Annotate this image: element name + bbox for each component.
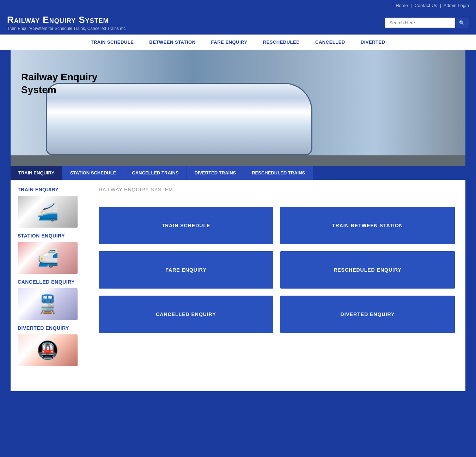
nav-rescheduled[interactable]: RESCHEDULED [255, 35, 307, 50]
separator-1: | [410, 3, 411, 8]
grid-container: TRAIN SCHEDULE TRAIN BETWEEN STATION FAR… [99, 207, 455, 333]
banner-train-image [11, 50, 465, 166]
logo-section: Railway Enquiry System Train Enquiry Sys… [7, 14, 126, 31]
nav-fare-enquiry[interactable]: FARE ENQUIRY [203, 35, 255, 50]
nav-between-station[interactable]: BETWEEN STATION [141, 35, 203, 50]
btn-cancelled[interactable]: CANCELLED ENQUIRY [99, 296, 273, 333]
header: Railway Enquiry System Train Enquiry Sys… [0, 11, 476, 35]
main-nav: TRAIN SCHEDULE BETWEEN STATION FARE ENQU… [0, 35, 476, 50]
separator-2: | [440, 3, 441, 8]
search-box: 🔍 [385, 18, 469, 28]
banner-tabs: TRAIN ENQUIRY STATION SCHEDULE CANCELLED… [11, 166, 465, 180]
top-bar: Home | Contact Us | Admin Login [0, 0, 476, 11]
home-link[interactable]: Home [396, 3, 408, 8]
contact-link[interactable]: Contact Us [414, 3, 437, 8]
sidebar-title-train-enquiry: TRAIN ENQUIRY [18, 187, 81, 192]
nav-cancelled[interactable]: CANCELLED [307, 35, 353, 50]
sidebar-title-diverted-enquiry: DIVERTED ENQUIRY [18, 325, 81, 331]
btn-train-schedule[interactable]: TRAIN SCHEDULE [99, 207, 273, 244]
logo-title: Railway Enquiry System [7, 14, 126, 25]
sidebar-image-diverted-enquiry [18, 334, 78, 366]
btn-between-station[interactable]: TRAIN BETWEEN STATION [280, 207, 455, 244]
btn-diverted[interactable]: DIVERTED ENQUIRY [280, 296, 455, 333]
right-content: RAILWAY ENQUIRY SYSTEM TRAIN SCHEDULE TR… [88, 180, 465, 391]
banner: Railway Enquiry System [11, 50, 465, 166]
nav-train-schedule[interactable]: TRAIN SCHEDULE [83, 35, 142, 50]
sidebar-image-cancelled-enquiry [18, 288, 78, 320]
banner-tab-train-enquiry[interactable]: TRAIN ENQUIRY [11, 166, 62, 180]
btn-fare-enquiry[interactable]: FARE ENQUIRY [99, 251, 273, 289]
banner-tab-cancelled-trains[interactable]: CANCELLED TRAINS [124, 166, 187, 180]
banner-tab-rescheduled-trains[interactable]: RESCHEDULED TRAINS [244, 166, 313, 180]
sidebar-title-cancelled-enquiry: CANCELLED ENQUIRY [18, 279, 81, 285]
sidebar-image-train-enquiry [18, 196, 78, 228]
sidebar-image-station-enquiry [18, 242, 78, 274]
search-input[interactable] [385, 18, 455, 28]
logo-subtitle: Train Enquiry System for Schedule Trains… [7, 26, 126, 31]
banner-tab-diverted-trains[interactable]: DIVERTED TRAINS [187, 166, 244, 180]
admin-login-link[interactable]: Admin Login [444, 3, 469, 8]
sidebar: TRAIN ENQUIRY STATION ENQUIRY CANCELLED … [11, 180, 88, 391]
sidebar-title-station-enquiry: STATION ENQUIRY [18, 233, 81, 239]
search-button[interactable]: 🔍 [455, 18, 469, 28]
btn-rescheduled[interactable]: RESCHEDULED ENQUIRY [280, 251, 455, 289]
section-header: RAILWAY ENQUIRY SYSTEM [99, 187, 455, 198]
nav-diverted[interactable]: DIVERTED [353, 35, 393, 50]
main-content: TRAIN ENQUIRY STATION ENQUIRY CANCELLED … [11, 180, 465, 391]
banner-text: Railway Enquiry System [21, 71, 97, 97]
banner-tab-station-schedule[interactable]: STATION SCHEDULE [62, 166, 124, 180]
